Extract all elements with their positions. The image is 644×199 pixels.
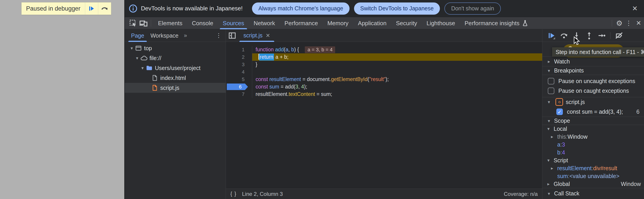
code-token: textContent [288,91,315,97]
tab-console[interactable]: Console [187,17,218,29]
tab-performance[interactable]: Performance [280,17,323,29]
code-line-1[interactable]: 1function add(a, b) {a = 3, b = 4 [226,46,542,53]
code-line-2[interactable]: 2 return a + b; [226,53,542,61]
banner-step-over-button[interactable] [98,3,111,15]
chevron-down-icon[interactable]: ▾ [548,99,554,105]
code-editor[interactable]: 1function add(a, b) {a = 3, b = 42 retur… [226,42,542,189]
tab-label: Elements [158,17,182,29]
tree-item-top[interactable]: ▾top [125,43,226,53]
scope-row-resultelement[interactable]: ▸resultElement: div#result [542,164,644,172]
chevron-down-icon[interactable]: ▾ [548,191,554,196]
scope-group-value: Window [621,181,641,187]
tab-elements[interactable]: Elements [153,17,187,29]
scope-group-script[interactable]: ▾Script [542,156,644,164]
scope-group-local[interactable]: ▾Local [542,125,644,133]
line-number[interactable]: 4 [226,68,252,76]
line-number[interactable]: 6 [226,83,252,91]
pretty-print-braces-icon[interactable]: { } [230,191,237,197]
step-out-button[interactable] [585,32,593,40]
don-t-show-again-button[interactable]: Don't show again [444,3,501,15]
section-call-stack[interactable]: ▾ Call Stack [542,188,644,199]
chevron-right-icon[interactable]: ▸ [551,165,557,171]
tree-item-label: script.js [160,85,180,91]
tab-workspace[interactable]: Workspace [147,29,182,42]
code-token: add( [285,84,295,90]
chevron-down-icon[interactable]: ▾ [547,126,554,131]
pause-uncaught-row[interactable]: Pause on uncaught exceptions [542,76,644,86]
breakpoint-file-group[interactable]: ▾ ‹› script.js [542,97,644,107]
more-options-kebab-icon[interactable]: ⋮ [624,19,633,27]
section-watch[interactable]: ▸ Watch [542,57,644,66]
pause-caught-row[interactable]: Pause on caught exceptions [542,86,644,96]
code-line-6[interactable]: 6const sum = add(3, 4); [226,83,542,91]
scope-row-a[interactable]: a: 3 [542,141,644,149]
line-number[interactable]: 5 [226,76,252,83]
tab-page[interactable]: Page [128,29,147,42]
devtools-close-icon[interactable]: ✕ [633,19,644,27]
tab-application[interactable]: Application [353,17,391,29]
tree-expand-icon[interactable]: ▾ [134,55,140,61]
code-line-4[interactable]: 4 [226,68,542,76]
tab-performance-insights[interactable]: Performance insights [460,17,533,29]
code-line-7[interactable]: 7resultElement.textContent = sum; [226,91,542,98]
toggle-device-toolbar-icon[interactable] [138,17,148,29]
chevron-down-icon[interactable]: ▾ [547,158,554,163]
tab-security[interactable]: Security [391,17,422,29]
section-scope[interactable]: ▾ Scope [542,117,644,125]
navigator-overflow-chevron[interactable]: » [182,32,189,39]
tab-memory[interactable]: Memory [322,17,353,29]
hide-navigator-icon[interactable] [226,32,238,40]
tab-sources[interactable]: Sources [218,17,249,29]
tree-item-index-html[interactable]: index.html [125,73,226,83]
scope-row-this[interactable]: ▸this: Window [542,133,644,141]
code-line-3[interactable]: 3} [226,61,542,68]
tree-item-users-user-project[interactable]: ▾Users/user/project [125,63,226,73]
step-over-button[interactable] [560,32,568,40]
code-token: ( [284,47,286,53]
breakpoint-marker[interactable]: 6 [227,84,248,90]
section-breakpoints[interactable]: ▾ Breakpoints [542,66,644,75]
switch-devtools-to-japanese-button[interactable]: Switch DevTools to Japanese [354,3,440,15]
breakpoint-entry[interactable]: ✓ const sum = add(3, 4); 6 [542,107,644,117]
scope-row-b[interactable]: b: 4 [542,149,644,156]
code-token: = [315,91,321,97]
step-button[interactable] [598,32,606,40]
always-match-chrome-s-language-button[interactable]: Always match Chrome's language [252,3,349,15]
toolbar-divider [610,32,610,39]
tree-item-file[interactable]: ▾file:// [125,53,226,63]
scope-prop-value: 3 [562,141,565,148]
resume-button[interactable] [547,32,556,40]
editor-tab-close-icon[interactable]: ✕ [266,33,270,39]
deactivate-breakpoints-button[interactable] [615,32,623,40]
tree-expand-icon[interactable]: ▾ [129,46,135,51]
breakpoint-checkbox[interactable]: ✓ [556,108,563,115]
cursor-position-label: Line 2, Column 3 [242,191,283,197]
tree-expand-icon[interactable]: ▾ [140,65,146,71]
navigator-kebab-icon[interactable]: ⋮ [212,32,226,39]
inspect-element-icon[interactable] [128,17,138,29]
pause-caught-checkbox[interactable] [548,88,554,94]
file-tree: ▾top▾file://▾Users/user/projectindex.htm… [125,42,226,93]
tab-network[interactable]: Network [249,17,280,29]
tab-lighthouse[interactable]: Lighthouse [422,17,460,29]
scope-row-sum[interactable]: sum: <value unavailable> [542,172,644,180]
editor-tab-scriptjs[interactable]: script.js ✕ [238,29,275,42]
code-line-5[interactable]: 5const resultElement = document.getEleme… [226,76,542,83]
scope-group-global[interactable]: ▸GlobalWindow [542,180,644,188]
infobar-close-icon[interactable]: ✕ [630,5,640,12]
chevron-right-icon[interactable]: ▸ [548,59,554,64]
pause-uncaught-checkbox[interactable] [548,78,554,84]
step-into-tooltip: Step into next function call - F11 - ⌘ ; [552,47,644,57]
line-number[interactable]: 1 [226,46,252,53]
tree-item-script-js[interactable]: script.js [125,83,226,93]
line-number[interactable]: 3 [226,61,252,68]
chevron-down-icon[interactable]: ▾ [548,118,554,124]
code-token: b [291,47,294,53]
line-number[interactable]: 7 [226,91,252,98]
banner-resume-button[interactable] [85,3,98,15]
settings-gear-icon[interactable]: ⚙ [614,19,624,28]
chevron-down-icon[interactable]: ▾ [548,68,554,73]
chevron-right-icon[interactable]: ▸ [547,181,554,187]
chevron-right-icon[interactable]: ▸ [551,134,557,139]
line-number[interactable]: 2 [226,53,252,61]
